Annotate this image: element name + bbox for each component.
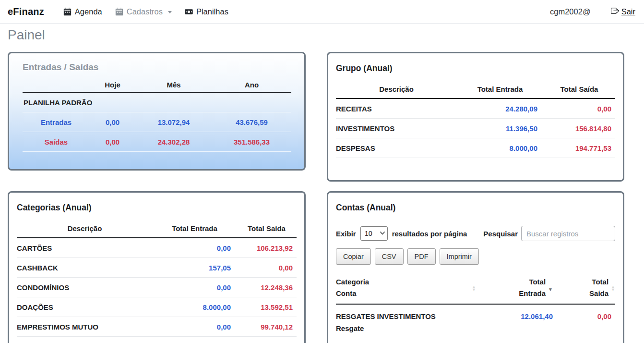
table-row: RECEITAS 24.280,09 0,00 bbox=[336, 99, 615, 119]
table-row: Entradas 0,00 13.072,94 43.676,59 bbox=[23, 112, 291, 132]
page-title: Painel bbox=[8, 27, 45, 43]
cell-saida: 106.213,92 bbox=[237, 244, 297, 252]
cell-saida: 13.592,51 bbox=[237, 303, 297, 311]
cell-saida: 156.814,80 bbox=[543, 124, 615, 133]
value-hoje: 0,00 bbox=[90, 138, 135, 146]
header-ano: Ano bbox=[212, 81, 291, 89]
panel-title: Grupo (Anual) bbox=[328, 53, 623, 74]
logout-label: Sair bbox=[621, 7, 635, 16]
header-total-saida[interactable]: Total Saída ▲▼ bbox=[553, 276, 615, 299]
panel-grupo-anual: Grupo (Anual) Descrição Total Entrada To… bbox=[327, 52, 624, 182]
page-size-label-after: resultados por página bbox=[392, 230, 467, 238]
table-row: INVESTIMENTOS 11.396,50 156.814,80 bbox=[336, 119, 615, 138]
header-text: Total Saída bbox=[589, 276, 608, 299]
header-total-saida: Total Saída bbox=[543, 85, 615, 93]
search-label: Pesquisar bbox=[483, 230, 518, 238]
logout-link[interactable]: Sair bbox=[611, 7, 635, 17]
navbar-right: cgm2002@ Sair bbox=[550, 7, 635, 17]
header-total-saida: Total Saída bbox=[237, 224, 297, 233]
value-ano: 43.676,59 bbox=[212, 118, 291, 126]
panel-contas-anual: Contas (Anual) Exibir 10 resultados por … bbox=[327, 191, 624, 343]
cell-saida: 0,00 bbox=[543, 105, 615, 113]
header-total-entrada[interactable]: Total Entrada ▲▼ bbox=[476, 276, 553, 299]
panel-entradas-saidas: Entradas / Saídas Hoje Mês Ano PLANILHA … bbox=[8, 52, 306, 171]
cell-entrada: 24.280,09 bbox=[457, 105, 543, 113]
chevron-down-icon bbox=[168, 11, 172, 13]
value-mes: 13.072,94 bbox=[135, 118, 212, 126]
cell-entrada: 8.000,00 bbox=[153, 303, 237, 311]
cell-entrada: 0,00 bbox=[153, 323, 237, 331]
cell-saida: 0,00 bbox=[553, 311, 615, 323]
nav-item-label: Planilhas bbox=[196, 7, 228, 16]
table-row: Saídas 0,00 24.302,28 351.586,33 bbox=[23, 132, 291, 152]
cell-saida: 194.771,53 bbox=[543, 144, 615, 152]
calendar-icon bbox=[115, 8, 123, 16]
table-row: CARTÕES 0,00 106.213,92 bbox=[17, 238, 297, 258]
search-input[interactable] bbox=[521, 226, 615, 241]
copy-button[interactable]: Copiar bbox=[336, 248, 371, 265]
grupo-table: Descrição Total Entrada Total Saída RECE… bbox=[336, 85, 615, 158]
export-buttons: Copiar CSV PDF Imprimir bbox=[336, 248, 615, 265]
cell-descricao: RECEITAS bbox=[336, 105, 457, 113]
table-row: EMPRESTIMOS MUTUO 0,00 99.740,12 bbox=[17, 317, 297, 337]
cell-entrada: 12.061,40 bbox=[476, 311, 553, 323]
panel-title: Contas (Anual) bbox=[328, 193, 623, 213]
pdf-button[interactable]: PDF bbox=[407, 248, 436, 265]
user-email: cgm2002@ bbox=[550, 7, 591, 16]
panel-categorias-anual: Categorias (Anual) Descrição Total Entra… bbox=[8, 191, 306, 343]
value-ano: 351.586,33 bbox=[212, 138, 291, 146]
table-row: CONDOMÍNIOS 0,00 12.248,36 bbox=[17, 278, 297, 297]
header-descricao: Descrição bbox=[17, 224, 153, 233]
datatable-controls: Exibir 10 resultados por página Pesquisa… bbox=[336, 226, 615, 241]
cell-entrada: 8.000,00 bbox=[457, 144, 543, 152]
header-total-entrada: Total Entrada bbox=[153, 224, 237, 233]
value-mes: 24.302,28 bbox=[135, 138, 212, 146]
cash-icon bbox=[185, 8, 193, 16]
panel-title: Entradas / Saídas bbox=[9, 53, 304, 73]
page-size-select[interactable]: 10 bbox=[360, 226, 388, 241]
cell-descricao: CARTÕES bbox=[17, 244, 153, 252]
cell-saida: 0,00 bbox=[237, 264, 297, 272]
cell-entrada: 0,00 bbox=[153, 244, 237, 252]
navbar: eFinanz Agenda Cadastros Planilhas cgm20… bbox=[0, 0, 644, 24]
header-total-entrada: Total Entrada bbox=[457, 85, 543, 93]
nav-item-cadastros[interactable]: Cadastros bbox=[115, 7, 172, 16]
cell-descricao: CONDOMÍNIOS bbox=[17, 283, 153, 292]
sort-icon: ▲▼ bbox=[472, 285, 476, 291]
table-header-row: Descrição Total Entrada Total Saída bbox=[17, 224, 297, 238]
cell-entrada: 0,00 bbox=[153, 283, 237, 292]
table-header-row: Categoria Conta ▲▼ Total Entrada ▲▼ Tota… bbox=[336, 276, 615, 305]
nav-item-label: Agenda bbox=[75, 7, 102, 16]
calendar-icon bbox=[63, 8, 72, 16]
sort-icon: ▲▼ bbox=[611, 285, 615, 291]
table-row: RESGATES INVESTIMENTOS Resgate 12.061,40… bbox=[336, 305, 615, 341]
sort-desc-icon: ▲▼ bbox=[548, 285, 553, 291]
cell-entrada: 157,05 bbox=[153, 264, 237, 272]
cell-entrada: 11.396,50 bbox=[457, 124, 543, 133]
table-header-row: Hoje Mês Ano bbox=[23, 77, 291, 93]
header-text: Categoria Conta bbox=[336, 276, 369, 299]
table-header-row: Descrição Total Entrada Total Saída bbox=[336, 85, 615, 99]
cell-descricao: DESPESAS bbox=[336, 144, 457, 152]
header-categoria-conta[interactable]: Categoria Conta ▲▼ bbox=[336, 276, 476, 299]
cell-descricao: CASHBACK bbox=[17, 264, 153, 272]
nav-item-planilhas[interactable]: Planilhas bbox=[185, 7, 228, 16]
brand[interactable]: eFinanz bbox=[8, 6, 44, 17]
table-row: DESPESAS 8.000,00 194.771,53 bbox=[336, 138, 615, 158]
cell-descricao: DOAÇÕES bbox=[17, 303, 153, 311]
header-text: Total Entrada bbox=[519, 276, 546, 299]
logout-icon bbox=[611, 7, 619, 17]
table-row: DOAÇÕES 8.000,00 13.592,51 bbox=[17, 297, 297, 317]
nav-item-agenda[interactable]: Agenda bbox=[63, 7, 102, 16]
entradas-saidas-table: Hoje Mês Ano PLANILHA PADRÃO Entradas 0,… bbox=[23, 77, 291, 152]
panel-title: Categorias (Anual) bbox=[9, 193, 304, 213]
row-label: Entradas bbox=[23, 118, 90, 126]
cell-descricao: INVESTIMENTOS bbox=[336, 124, 457, 133]
print-button[interactable]: Imprimir bbox=[440, 248, 479, 265]
cell-saida: 99.740,12 bbox=[237, 323, 297, 331]
page-size-select-wrap: 10 bbox=[360, 226, 388, 241]
categorias-table: Descrição Total Entrada Total Saída CART… bbox=[17, 224, 297, 337]
header-mes: Mês bbox=[135, 81, 212, 89]
cell-categoria: RESGATES INVESTIMENTOS bbox=[336, 311, 476, 323]
csv-button[interactable]: CSV bbox=[375, 248, 404, 265]
